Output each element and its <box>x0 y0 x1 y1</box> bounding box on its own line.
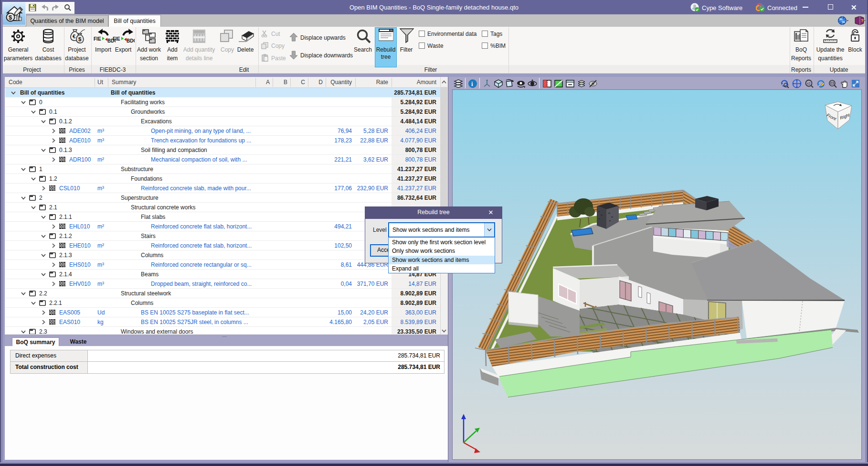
svg-text:?: ? <box>861 18 864 23</box>
svg-text:$: $ <box>78 36 81 42</box>
svg-text:FIE: FIE <box>113 36 120 42</box>
svg-text:FIE: FIE <box>94 36 101 42</box>
svg-text:€: € <box>73 33 75 39</box>
svg-text:i: i <box>471 80 473 87</box>
svg-text:BDC: BDC <box>127 38 135 43</box>
svg-text:$: $ <box>9 14 12 21</box>
svg-text:x2: x2 <box>807 82 811 85</box>
